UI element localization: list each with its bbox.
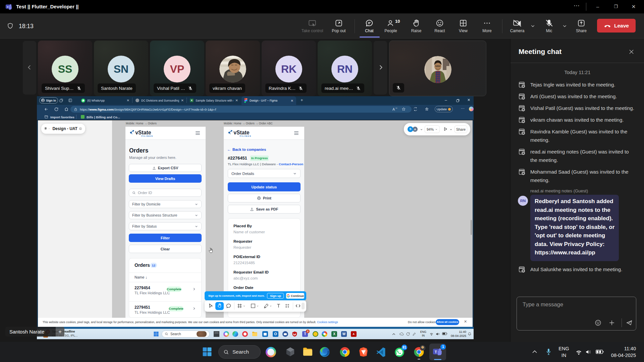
- svg-text:T: T: [435, 350, 437, 354]
- svg-text:T: T: [7, 6, 9, 9]
- svg-text:FILINGS: FILINGS: [240, 135, 252, 137]
- svg-text:FILINGS: FILINGS: [142, 135, 153, 137]
